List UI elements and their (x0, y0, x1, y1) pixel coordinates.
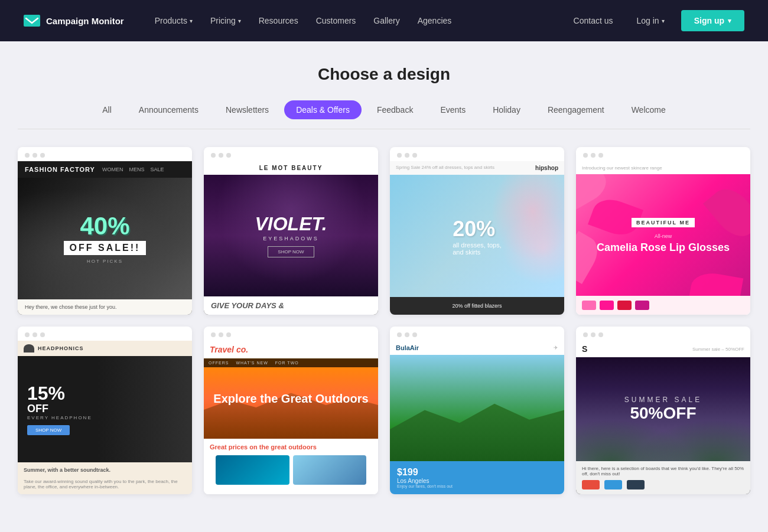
card-dots (204, 327, 378, 341)
card-dots (390, 147, 564, 161)
nav-products[interactable]: Products ▾ (148, 11, 200, 30)
card-dots (18, 147, 192, 161)
tab-reengagement[interactable]: Reengagement (536, 100, 616, 119)
spring-image: 20% all dresses, tops, and skirts 20% of… (390, 175, 564, 315)
chevron-down-icon: ▾ (662, 18, 665, 24)
tab-welcome[interactable]: Welcome (620, 100, 678, 119)
template-le-mot-beauty[interactable]: LE MOT BEAUTY VIOLET. EYESHADOWS SHOP NO… (204, 147, 378, 315)
spring-text: 20% all dresses, tops, and skirts (453, 217, 502, 256)
fashion-card-content: FASHION FACTORY WOMEN MENS SALE 40% OFF … (18, 161, 192, 315)
tab-all[interactable]: All (90, 100, 123, 119)
dot (25, 332, 30, 337)
beauty-header: LE MOT BEAUTY (204, 161, 378, 175)
beauty-cta: SHOP NOW (268, 246, 314, 257)
login-button[interactable]: Log in ▾ (630, 11, 672, 30)
dot (226, 332, 231, 337)
swatch-pink (582, 301, 596, 310)
template-camelia-rose[interactable]: Introducing our newest skincare range BE… (576, 147, 750, 315)
fashion-image: 40% OFF SALE!! HOT PICKS (18, 178, 192, 299)
nav-contact[interactable]: Contact us (567, 11, 620, 30)
airline-brand: BulaAir (396, 344, 419, 351)
card-dots (576, 147, 750, 161)
summer-percent: 50%OFF (624, 404, 702, 423)
leaf5 (688, 270, 743, 296)
dot (412, 332, 417, 337)
template-travel[interactable]: Travel co. OFFERS WHAT'S NEW FOR TWO Exp… (204, 327, 378, 494)
headphones-footer: Summer, with a better soundtrack. (18, 462, 192, 478)
template-summer-sale[interactable]: S Summer sale – 50%OFF SUMMER SALE 50%OF… (576, 327, 750, 494)
nav-links: Products ▾ Pricing ▾ Resources Customers… (148, 11, 567, 30)
travel-image: OFFERS WHAT'S NEW FOR TWO Explore the Gr… (204, 358, 378, 439)
swatch-crimson (617, 301, 632, 310)
chevron-down-icon: ▾ (238, 18, 241, 24)
dot (583, 153, 588, 158)
rose-text: BEAUTIFUL ME All-new Camelia Rose Lip Gl… (591, 210, 736, 260)
dot (226, 153, 231, 158)
dot (219, 332, 223, 337)
nav-pricing[interactable]: Pricing ▾ (203, 11, 248, 30)
dot (32, 332, 37, 337)
beauty-footer: GIVE YOUR DAYS & (204, 296, 378, 315)
card-preview: HEADPHONICS 15% OFF EVERY HEADPHONE SHOP… (18, 341, 192, 494)
summer-header: S Summer sale – 50%OFF (576, 341, 750, 357)
board-3 (627, 480, 645, 489)
fashion-logo: FASHION FACTORY (25, 166, 95, 173)
tab-announcements[interactable]: Announcements (127, 100, 210, 119)
nav-gallery[interactable]: Gallery (366, 11, 406, 30)
fashion-text: 40% OFF SALE!! HOT PICKS (64, 214, 147, 264)
tab-newsletters[interactable]: Newsletters (214, 100, 281, 119)
airline-bottom-sub: Enjoy our fares, don't miss out (397, 484, 557, 488)
summer-image: SUMMER SALE 50%OFF (576, 357, 750, 461)
page-title: Choose a design (18, 65, 750, 84)
filter-tabs: All Announcements Newsletters Deals & Of… (18, 100, 750, 129)
travel-header: Travel co. (204, 341, 378, 358)
dot (591, 332, 595, 337)
logo-text: Campaign Monitor (46, 16, 124, 26)
nav-resources[interactable]: Resources (252, 11, 305, 30)
template-bula-air[interactable]: BulaAir ✈ $199 Summer just got way more … (390, 327, 564, 494)
signup-button[interactable]: Sign up ▾ (681, 10, 744, 31)
dot (219, 153, 223, 158)
airline-card-content: BulaAir ✈ $199 Summer just got way more … (390, 341, 564, 494)
nav-agencies[interactable]: Agencies (411, 11, 459, 30)
dot (405, 153, 409, 158)
logo[interactable]: Campaign Monitor (24, 15, 124, 27)
summer-sale-label: SUMMER SALE (624, 396, 702, 404)
spring-header: Spring Sale 24% off all dresses, tops an… (390, 161, 564, 175)
chevron-down-icon: ▾ (728, 17, 731, 25)
templates-grid: FASHION FACTORY WOMEN MENS SALE 40% OFF … (18, 147, 750, 494)
dot (397, 153, 402, 158)
dot (405, 332, 409, 337)
template-fashion-factory[interactable]: FASHION FACTORY WOMEN MENS SALE 40% OFF … (18, 147, 192, 315)
beauty-image: VIOLET. EYESHADOWS SHOP NOW (204, 175, 378, 296)
tab-events[interactable]: Events (428, 100, 477, 119)
airline-header: BulaAir ✈ (390, 341, 564, 355)
template-spring-sale[interactable]: Spring Sale 24% off all dresses, tops an… (390, 147, 564, 315)
card-dots (18, 327, 192, 341)
beauty2-image: BEAUTIFUL ME All-new Camelia Rose Lip Gl… (576, 174, 750, 296)
hp-percent: 15% (27, 384, 92, 403)
beauty-text: VIOLET. EYESHADOWS SHOP NOW (249, 214, 333, 257)
tab-feedback[interactable]: Feedback (365, 100, 425, 119)
tab-deals[interactable]: Deals & Offers (284, 100, 362, 119)
dot (397, 332, 402, 337)
beauty2-header: Introducing our newest skincare range (576, 161, 750, 174)
board-1 (582, 480, 600, 489)
headphones-footer-sub: Take our award-winning sound quality wit… (18, 478, 192, 494)
swatch-deep-pink (635, 301, 649, 310)
spring-bottom: 20% off fitted blazers (390, 297, 564, 315)
fashion-footer: Hey there, we chose these just for you. (18, 299, 192, 315)
nav-customers[interactable]: Customers (309, 11, 363, 30)
summer-brand: S (582, 344, 588, 354)
fashion-percent: 40% (64, 214, 147, 239)
spring-percent: 20% (453, 217, 502, 241)
beauty2-card-content: Introducing our newest skincare range BE… (576, 161, 750, 315)
hp-cta: SHOP NOW (27, 425, 70, 435)
rose-brand: BEAUTIFUL ME (632, 218, 695, 227)
summer-card-content: S Summer sale – 50%OFF SUMMER SALE 50%OF… (576, 341, 750, 494)
spring-top: 20% all dresses, tops, and skirts (390, 175, 564, 297)
beauty-card-content: LE MOT BEAUTY VIOLET. EYESHADOWS SHOP NO… (204, 161, 378, 315)
spring-headline: Spring Sale 24% off all dresses, tops an… (396, 165, 494, 171)
template-headphones[interactable]: HEADPHONICS 15% OFF EVERY HEADPHONE SHOP… (18, 327, 192, 494)
tab-holiday[interactable]: Holiday (481, 100, 532, 119)
